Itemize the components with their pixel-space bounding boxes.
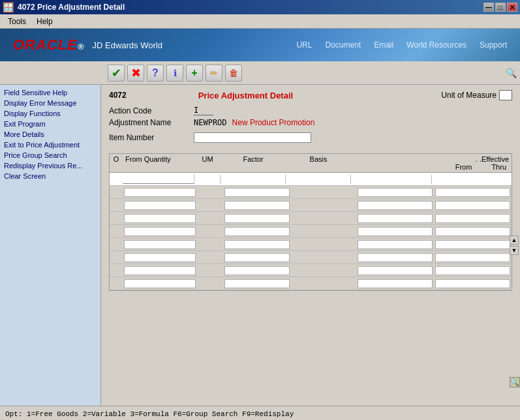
col-header-o: O <box>110 155 123 171</box>
sidebar-item-price-group-search[interactable]: Price Group Search <box>0 150 100 160</box>
cell-basis <box>286 175 351 184</box>
unit-of-measure-label: Unit of Measure <box>441 91 497 100</box>
cell-from-qty-box <box>124 201 196 210</box>
title-bar: 🪟 4072 Price Adjustment Detail — □ ✕ <box>0 0 520 14</box>
oracle-registered: ® <box>78 42 85 52</box>
nav-email[interactable]: Email <box>374 40 393 50</box>
oracle-logo: ORACLE® JD Edwards World <box>13 37 162 53</box>
window-icon: 🪟 <box>3 2 14 12</box>
toolbar-add-button[interactable]: + <box>186 65 203 82</box>
um-input[interactable] <box>194 175 220 183</box>
col-header-from: From <box>455 163 472 171</box>
cell-effective <box>356 265 512 277</box>
effective-sub-headers: From Thru <box>351 163 509 171</box>
table-row <box>110 173 512 186</box>
nav-document[interactable]: Document <box>325 40 361 50</box>
window-title: 4072 Price Adjustment Detail <box>18 3 125 12</box>
maximize-button[interactable]: □ <box>495 3 506 12</box>
factor-input[interactable] <box>221 175 285 183</box>
menu-tools[interactable]: Tools <box>3 16 31 27</box>
nav-support[interactable]: Support <box>480 40 507 50</box>
cell-effective <box>356 200 512 211</box>
jde-text: JD Edwards World <box>92 40 162 50</box>
scroll-up-button[interactable]: ▲ <box>510 235 519 245</box>
toolbar-info-button[interactable]: ℹ <box>166 65 183 82</box>
sidebar-item-exit-price-adjustment[interactable]: Exit to Price Adjustment <box>0 140 100 150</box>
content-wrapper: 4072 Price Adjustment Detail Unit of Mea… <box>101 85 520 406</box>
title-bar-controls: — □ ✕ <box>483 3 517 12</box>
toolbar: ✔ ✖ ? ℹ + ✏ 🗑 🔍 <box>0 61 520 85</box>
cell-factor-box <box>224 240 290 249</box>
sidebar-item-clear-screen[interactable]: Clear Screen <box>0 171 100 181</box>
table-row <box>110 251 512 264</box>
toolbar-search-icon[interactable]: 🔍 <box>504 67 517 80</box>
table-row <box>110 277 512 290</box>
cell-factor-box <box>224 253 290 262</box>
action-code-row: Action Code <box>109 106 512 115</box>
effective-header-text: . .Effective <box>351 155 509 163</box>
adjustment-name-desc: New Product Promotion <box>232 118 315 127</box>
sidebar-item-field-sensitive-help[interactable]: Field Sensitive Help <box>0 87 100 98</box>
basis-input[interactable] <box>286 175 350 183</box>
sidebar-item-more-details[interactable]: More Details <box>0 129 100 140</box>
scroll-down-button[interactable]: ▼ <box>510 246 519 255</box>
cell-factor <box>221 175 286 184</box>
cell-from-qty-box <box>124 227 196 236</box>
cell-factor-box <box>224 279 290 288</box>
status-bar: Opt: 1=Free Goods 2=Variable 3=Formula F… <box>0 406 520 420</box>
col-header-factor: Factor <box>221 155 286 171</box>
table-row <box>110 225 512 238</box>
cell-factor-box <box>224 188 290 197</box>
adjustment-name-row: Adjustment Name NEWPROD New Product Prom… <box>109 118 512 127</box>
nav-world-resources[interactable]: World Resources <box>406 40 466 50</box>
item-number-label: Item Number <box>109 133 194 142</box>
toolbar-delete-button[interactable]: 🗑 <box>225 65 242 82</box>
menu-help[interactable]: Help <box>31 16 58 27</box>
grid-container: O From Quantity UM Factor Basis . .Effec… <box>109 153 512 291</box>
col-header-basis: Basis <box>286 155 351 171</box>
toolbar-help-button[interactable]: ? <box>147 65 164 82</box>
form-title-row: 4072 Price Adjustment Detail Unit of Mea… <box>109 90 512 100</box>
cell-effective <box>356 213 512 224</box>
adjustment-name-label: Adjustment Name <box>109 118 194 127</box>
status-text: Opt: 1=Free Goods 2=Variable 3=Formula F… <box>5 410 294 418</box>
sidebar-item-exit-program[interactable]: Exit Program <box>0 119 100 129</box>
sidebar-item-display-functions[interactable]: Display Functions <box>0 108 100 119</box>
oracle-brand: ORACLE <box>13 37 78 53</box>
toolbar-edit-button[interactable]: ✏ <box>206 65 222 82</box>
cell-from-qty <box>123 174 194 184</box>
item-number-input[interactable] <box>194 132 311 143</box>
table-row <box>110 212 512 225</box>
nav-url[interactable]: URL <box>296 40 312 50</box>
search-bottom-icon[interactable]: 🔍 <box>510 377 520 387</box>
oracle-header: ORACLE® JD Edwards World URL Document Em… <box>0 29 520 61</box>
unit-of-measure-box[interactable] <box>499 90 512 100</box>
cell-from-qty-box <box>124 266 196 275</box>
sidebar-item-display-error-message[interactable]: Display Error Message <box>0 98 100 108</box>
minimize-button[interactable]: — <box>483 3 494 12</box>
thru-date-input[interactable] <box>432 175 512 183</box>
adjustment-name-value: NEWPROD <box>194 118 227 127</box>
toolbar-ok-button[interactable]: ✔ <box>108 65 125 82</box>
sidebar-item-redisplay-previous[interactable]: Redisplay Previous Re... <box>0 160 100 171</box>
close-button[interactable]: ✕ <box>507 3 517 12</box>
item-number-row: Item Number <box>109 132 512 143</box>
from-qty-input[interactable] <box>123 175 194 184</box>
scroll-controls: ▲ ▼ <box>508 234 520 256</box>
cell-factor-box <box>224 266 290 275</box>
action-code-input[interactable] <box>194 106 213 115</box>
cell-from-qty-box <box>124 214 196 223</box>
main-layout: Field Sensitive Help Display Error Messa… <box>0 85 520 406</box>
from-date-input[interactable] <box>351 175 431 183</box>
toolbar-cancel-button[interactable]: ✖ <box>127 65 144 82</box>
cell-factor-box <box>224 227 290 236</box>
cell-factor-box <box>224 201 290 210</box>
oracle-text: ORACLE® <box>13 37 84 53</box>
col-header-um: UM <box>194 155 221 171</box>
action-code-label: Action Code <box>109 106 194 115</box>
title-bar-left: 🪟 4072 Price Adjustment Detail <box>3 2 125 12</box>
cell-factor-box <box>224 214 290 223</box>
cell-effective <box>356 226 512 237</box>
table-row <box>110 186 512 199</box>
table-row <box>110 238 512 251</box>
